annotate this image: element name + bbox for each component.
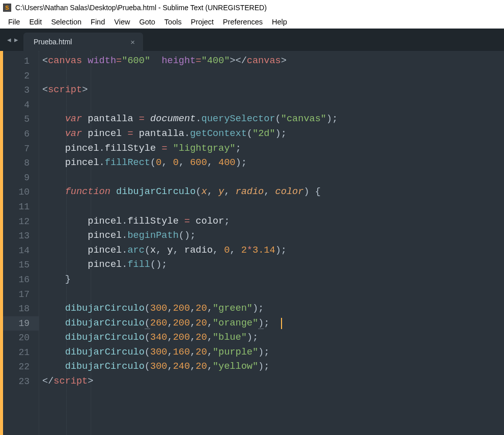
line-number[interactable]: 11 <box>0 200 39 214</box>
menu-goto[interactable]: Goto <box>135 17 159 27</box>
line-number[interactable]: 3 <box>0 83 39 98</box>
line-number[interactable]: 9 <box>0 171 39 185</box>
line-number[interactable]: 13 <box>0 229 39 243</box>
code-line[interactable]: } <box>39 273 499 287</box>
tab-label: Prueba.html <box>34 38 72 46</box>
code-line[interactable]: var pincel = pantalla.getContext("2d"); <box>39 127 499 142</box>
code-line[interactable]: </script> <box>39 374 499 389</box>
app-body: ◂ ▸ Prueba.html × 1234567891011121314151… <box>0 29 504 435</box>
line-number[interactable]: 19 <box>0 316 39 331</box>
editor: 1234567891011121314151617181920212223 <c… <box>0 51 504 435</box>
line-number[interactable]: 6 <box>0 127 39 142</box>
gutter: 1234567891011121314151617181920212223 <box>0 51 39 435</box>
nav-arrows: ◂ ▸ <box>2 35 23 44</box>
code-line[interactable]: dibujarCirculo(260,200,20,"orange"); <box>39 316 499 331</box>
code-line[interactable]: pincel.fill(); <box>39 258 499 273</box>
text-caret <box>281 318 282 329</box>
code-line[interactable]: pincel.fillStyle = "lightgray"; <box>39 142 499 156</box>
code-line[interactable] <box>39 69 499 84</box>
line-number[interactable]: 14 <box>0 243 39 258</box>
tab-prueba[interactable]: Prueba.html × <box>23 33 143 51</box>
code-line[interactable]: <script> <box>39 83 499 98</box>
line-number[interactable]: 7 <box>0 142 39 156</box>
tabbar: ◂ ▸ Prueba.html × <box>0 29 504 51</box>
code-line[interactable]: dibujarCirculo(340,200,20,"blue"); <box>39 331 499 345</box>
code-line[interactable]: dibujarCirculo(300,200,20,"green"); <box>39 302 499 316</box>
line-number[interactable]: 12 <box>0 214 39 229</box>
line-number[interactable]: 22 <box>0 360 39 374</box>
code-line[interactable]: function dibujarCirculo(x, y, radio, col… <box>39 185 499 200</box>
line-number[interactable]: 2 <box>0 69 39 84</box>
code-line[interactable]: <canvas width="600" height="400"></canva… <box>39 54 499 69</box>
line-number[interactable]: 16 <box>0 273 39 287</box>
code-line[interactable]: pincel.arc(x, y, radio, 0, 2*3.14); <box>39 243 499 258</box>
line-number[interactable]: 8 <box>0 156 39 171</box>
line-number[interactable]: 1 <box>0 54 39 69</box>
line-number[interactable]: 17 <box>0 287 39 302</box>
line-number[interactable]: 18 <box>0 302 39 316</box>
line-number[interactable]: 21 <box>0 345 39 360</box>
code-area[interactable]: <canvas width="600" height="400"></canva… <box>39 51 499 435</box>
window-title: C:\Users\Nathan Salas\Desktop\Prueba.htm… <box>15 4 267 12</box>
menu-help[interactable]: Help <box>268 17 291 27</box>
nav-back-icon[interactable]: ◂ <box>7 35 11 44</box>
line-number[interactable]: 15 <box>0 258 39 273</box>
menu-view[interactable]: View <box>110 17 134 27</box>
code-line[interactable] <box>39 287 499 302</box>
code-line[interactable]: pincel.fillStyle = color; <box>39 214 499 229</box>
code-line[interactable] <box>39 98 499 113</box>
menu-tools[interactable]: Tools <box>160 17 186 27</box>
code-line[interactable]: dibujarCirculo(300,240,20,"yellow"); <box>39 360 499 374</box>
line-number[interactable]: 5 <box>0 112 39 127</box>
menu-selection[interactable]: Selection <box>47 17 86 27</box>
code-line[interactable]: var pantalla = document.querySelector("c… <box>39 112 499 127</box>
code-line[interactable]: dibujarCirculo(300,160,20,"purple"); <box>39 345 499 360</box>
minimap[interactable] <box>499 51 504 435</box>
code-line[interactable] <box>39 171 499 185</box>
menu-project[interactable]: Project <box>187 17 218 27</box>
code-line[interactable]: pincel.beginPath(); <box>39 229 499 243</box>
line-number[interactable]: 20 <box>0 331 39 345</box>
titlebar: S C:\Users\Nathan Salas\Desktop\Prueba.h… <box>0 0 504 15</box>
app-icon: S <box>3 4 11 12</box>
line-number[interactable]: 4 <box>0 98 39 113</box>
nav-forward-icon[interactable]: ▸ <box>14 35 18 44</box>
menu-find[interactable]: Find <box>87 17 109 27</box>
tab-close-icon[interactable]: × <box>116 38 135 46</box>
line-number[interactable]: 10 <box>0 185 39 200</box>
code-line[interactable] <box>39 200 499 214</box>
menu-preferences[interactable]: Preferences <box>219 17 267 27</box>
menu-edit[interactable]: Edit <box>25 17 46 27</box>
code-line[interactable]: pincel.fillRect(0, 0, 600, 400); <box>39 156 499 171</box>
menubar: File Edit Selection Find View Goto Tools… <box>0 15 504 29</box>
menu-file[interactable]: File <box>4 17 24 27</box>
line-number[interactable]: 23 <box>0 374 39 389</box>
